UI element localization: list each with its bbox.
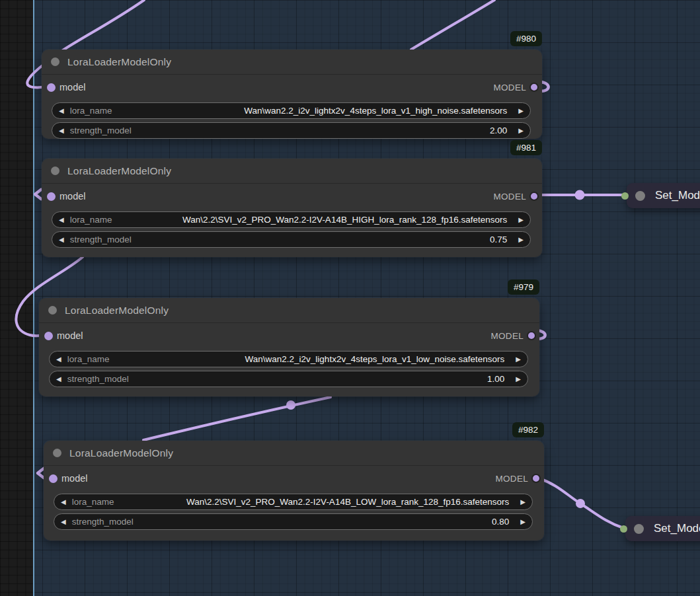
output-slot-label: MODEL	[493, 83, 526, 93]
widget-label: strength_model	[72, 517, 134, 527]
widget-value: 1.00	[487, 374, 516, 384]
node-loraloadermodelonly-980[interactable]: #980 LoraLoaderModelOnly model MODEL ◀ l…	[42, 50, 542, 139]
collapse-dot-icon[interactable]	[51, 57, 59, 66]
lora-name-widget[interactable]: ◀ lora_name Wan\2.2\SVI_v2_PRO_Wan2.2-I2…	[52, 211, 531, 228]
model-input-slot[interactable]	[49, 474, 58, 483]
node-loraloadermodelonly-982[interactable]: #982 LoraLoaderModelOnly model MODEL ◀ l…	[44, 441, 544, 540]
node-loraloadermodelonly-981[interactable]: #981 LoraLoaderModelOnly model MODEL ◀ l…	[42, 159, 542, 257]
model-input-slot[interactable]	[47, 192, 56, 201]
node-title: Set_Mode	[654, 522, 700, 535]
reroute-dot[interactable]	[576, 499, 585, 508]
model-output-slot[interactable]	[529, 192, 539, 201]
widget-label: lora_name	[70, 106, 112, 116]
increment-arrow-icon[interactable]: ▶	[518, 211, 524, 228]
node-title: LoraLoaderModelOnly	[65, 305, 169, 317]
widget-value: 0.75	[490, 235, 518, 244]
model-output-slot[interactable]	[527, 331, 536, 340]
link-stub-node-982-input	[38, 468, 44, 478]
node-id-badge: #980	[510, 31, 542, 46]
increment-arrow-icon[interactable]: ▶	[520, 513, 525, 530]
decrement-arrow-icon[interactable]: ◀	[59, 231, 64, 248]
widget-label: strength_model	[70, 126, 132, 135]
collapse-dot-icon[interactable]	[53, 449, 61, 457]
model-input-slot[interactable]	[620, 525, 627, 533]
model-input-slot[interactable]	[47, 83, 56, 92]
set-model-node[interactable]: Set_Mode	[627, 183, 700, 208]
node-title-bar[interactable]: LoraLoaderModelOnly	[42, 159, 542, 184]
node-id-badge: #979	[508, 279, 539, 295]
node-title: LoraLoaderModelOnly	[67, 165, 171, 177]
lora-name-widget[interactable]: ◀ lora_name Wan\2.2\SVI_v2_PRO_Wan2.2-I2…	[54, 494, 533, 510]
widget-label: lora_name	[72, 497, 114, 507]
node-title-bar[interactable]: LoraLoaderModelOnly	[44, 441, 544, 466]
slot-row: model MODEL	[39, 323, 539, 347]
collapse-dot-icon[interactable]	[48, 306, 57, 315]
model-output-slot[interactable]	[531, 474, 541, 483]
widget-value: Wan\wan2.2_i2v_lightx2v_4steps_lora_v1_l…	[245, 354, 516, 364]
widget-label: lora_name	[70, 215, 112, 225]
model-input-slot[interactable]	[621, 192, 629, 200]
strength-model-widget[interactable]: ◀ strength_model 1.00 ▶	[49, 371, 528, 387]
slot-row: model MODEL	[42, 75, 542, 98]
node-title: LoraLoaderModelOnly	[67, 56, 171, 68]
increment-arrow-icon[interactable]: ▶	[518, 231, 524, 248]
decrement-arrow-icon[interactable]: ◀	[56, 371, 61, 387]
increment-arrow-icon[interactable]: ▶	[516, 371, 521, 387]
collapse-dot-icon[interactable]	[635, 191, 645, 201]
node-title: LoraLoaderModelOnly	[69, 447, 173, 459]
increment-arrow-icon[interactable]: ▶	[516, 351, 521, 367]
widget-value: Wan\2.2\SVI_v2_PRO_Wan2.2-I2V-A14B_HIGH_…	[182, 215, 518, 225]
widget-value: 0.80	[492, 517, 520, 527]
input-slot-label: model	[59, 191, 86, 202]
link-stub-node-981-input	[35, 190, 41, 199]
widget-label: strength_model	[70, 235, 132, 244]
node-graph-canvas[interactable]: { "colors": { "link": "#c7abec", "slot_p…	[0, 0, 700, 596]
set-model-node[interactable]: Set_Mode	[625, 516, 700, 541]
increment-arrow-icon[interactable]: ▶	[518, 102, 524, 119]
decrement-arrow-icon[interactable]: ◀	[59, 102, 64, 119]
strength-model-widget[interactable]: ◀ strength_model 0.75 ▶	[52, 231, 531, 248]
input-slot-label: model	[61, 473, 88, 484]
decrement-arrow-icon[interactable]: ◀	[59, 211, 64, 228]
decrement-arrow-icon[interactable]: ◀	[56, 351, 61, 367]
model-input-slot[interactable]	[44, 332, 53, 340]
increment-arrow-icon[interactable]: ▶	[520, 494, 525, 510]
node-title: Set_Mode	[655, 189, 700, 202]
widget-label: strength_model	[67, 374, 129, 384]
input-slot-label: model	[57, 330, 83, 341]
decrement-arrow-icon[interactable]: ◀	[59, 122, 64, 139]
slot-row: model MODEL	[42, 184, 542, 207]
increment-arrow-icon[interactable]: ▶	[518, 122, 524, 139]
output-slot-label: MODEL	[495, 474, 528, 484]
widget-value: Wan\wan2.2_i2v_lightx2v_4steps_lora_v1_h…	[244, 106, 518, 116]
collapse-dot-icon[interactable]	[51, 167, 59, 175]
reroute-dot[interactable]	[575, 190, 585, 200]
widget-value: 2.00	[490, 126, 518, 135]
strength-model-widget[interactable]: ◀ strength_model 0.80 ▶	[54, 513, 533, 530]
node-title-bar[interactable]: LoraLoaderModelOnly	[39, 298, 539, 323]
reroute-dot[interactable]	[286, 400, 295, 410]
collapse-dot-icon[interactable]	[634, 524, 644, 534]
model-output-slot[interactable]	[529, 83, 539, 92]
link-above-node-980	[411, 0, 494, 50]
strength-model-widget[interactable]: ◀ strength_model 2.00 ▶	[52, 122, 531, 139]
node-id-badge: #981	[510, 140, 542, 155]
output-slot-label: MODEL	[493, 192, 526, 202]
widget-value: Wan\2.2\SVI_v2_PRO_Wan2.2-I2V-A14B_LOW_l…	[186, 497, 520, 507]
slot-row: model MODEL	[44, 466, 544, 490]
widget-label: lora_name	[67, 354, 110, 364]
lora-name-widget[interactable]: ◀ lora_name Wan\wan2.2_i2v_lightx2v_4ste…	[52, 102, 531, 119]
node-loraloadermodelonly-979[interactable]: #979 LoraLoaderModelOnly model MODEL ◀ l…	[39, 298, 539, 396]
output-slot-label: MODEL	[490, 331, 524, 341]
node-title-bar[interactable]: LoraLoaderModelOnly	[42, 50, 542, 75]
decrement-arrow-icon[interactable]: ◀	[61, 494, 66, 510]
node-id-badge: #982	[512, 422, 544, 437]
decrement-arrow-icon[interactable]: ◀	[61, 513, 66, 530]
link-into-node-982	[143, 397, 331, 440]
input-slot-label: model	[59, 82, 86, 93]
lora-name-widget[interactable]: ◀ lora_name Wan\wan2.2_i2v_lightx2v_4ste…	[49, 351, 528, 367]
